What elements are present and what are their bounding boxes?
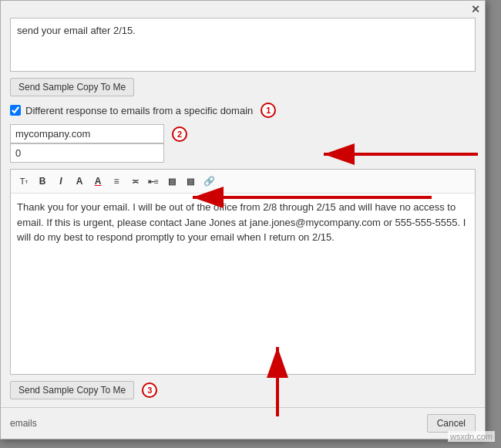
dialog: ✕ send your email after 2/15. Send Sampl… (0, 0, 486, 440)
badge-1: 1 (261, 103, 276, 118)
number-input[interactable] (10, 143, 164, 163)
align-right-button[interactable]: ▤ (182, 173, 199, 190)
font-size-button[interactable]: Tт (15, 173, 32, 190)
editor-container: Tт B I A A ≡ ≍ ⇤≡ ▤ ▤ 🔗 Thank you for yo… (10, 169, 476, 375)
input-row: 2 (10, 124, 476, 163)
ordered-list-button[interactable]: ≍ (126, 173, 143, 190)
domain-input[interactable] (10, 124, 164, 143)
unordered-list-button[interactable]: ≡ (108, 173, 125, 190)
badge-3: 3 (142, 382, 157, 398)
bottom-bar: emails Cancel (1, 407, 485, 439)
editor-text: Thank you for your email. I will be out … (17, 201, 466, 243)
checkbox-row: Different response to emails from a spec… (10, 103, 476, 118)
indent-button[interactable]: ⇤≡ (145, 173, 162, 190)
editor-toolbar: Tт B I A A ≡ ≍ ⇤≡ ▤ ▤ 🔗 (11, 170, 475, 194)
send-sample-button-1[interactable]: Send Sample Copy To Me (10, 78, 134, 96)
top-text-area: send your email after 2/15. (10, 18, 476, 72)
watermark: wsxdn.com (448, 431, 495, 442)
dialog-header: ✕ (1, 1, 485, 18)
editor-content[interactable]: Thank you for your email. I will be out … (11, 194, 475, 374)
top-text-content: send your email after 2/15. (17, 25, 136, 36)
highlight-button[interactable]: A (89, 173, 106, 190)
cancel-button[interactable]: Cancel (427, 414, 476, 433)
send-sample-button-2[interactable]: Send Sample Copy To Me (10, 381, 134, 399)
close-button[interactable]: ✕ (471, 4, 480, 15)
checkbox-label: Different response to emails from a spec… (25, 105, 253, 116)
emails-label: emails (10, 418, 37, 429)
bold-button[interactable]: B (34, 173, 51, 190)
badge-2: 2 (172, 126, 187, 142)
dialog-body: send your email after 2/15. Send Sample … (1, 18, 485, 407)
domain-checkbox[interactable] (10, 105, 21, 116)
font-color-button[interactable]: A (71, 173, 88, 190)
align-center-button[interactable]: ▤ (163, 173, 180, 190)
italic-button[interactable]: I (52, 173, 69, 190)
link-button[interactable]: 🔗 (200, 173, 217, 190)
